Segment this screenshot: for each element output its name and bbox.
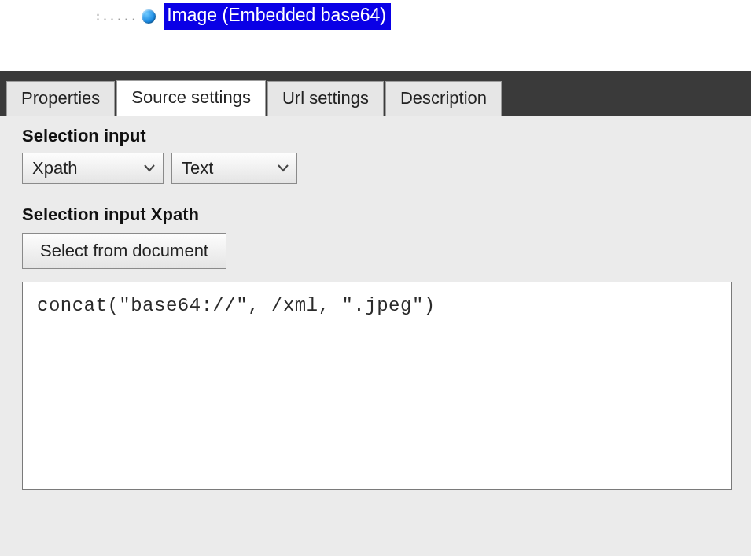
selection-mode-value: Xpath (32, 158, 78, 179)
tab-description[interactable]: Description (385, 81, 502, 116)
tree-node-label: Image (Embedded base64) (164, 3, 391, 30)
selection-type-dropdown[interactable]: Text (171, 153, 297, 184)
tab-body-source-settings: Selection input Xpath Text Selecti (0, 116, 751, 556)
tabstrip: Properties Source settings Url settings … (0, 71, 751, 116)
tab-properties[interactable]: Properties (6, 81, 115, 116)
xpath-expression-input[interactable] (35, 293, 722, 481)
group-selection-xpath: Selection input Xpath Select from docume… (17, 203, 737, 490)
tab-source-settings[interactable]: Source settings (116, 80, 266, 116)
group-title-selection-input: Selection input (17, 124, 737, 153)
chevron-down-icon (144, 164, 155, 172)
chevron-down-icon (278, 164, 289, 172)
xpath-expression-container (22, 282, 732, 490)
tree-node[interactable]: :..... Image (Embedded base64) (94, 4, 751, 29)
tree-panel: :..... Image (Embedded base64) (0, 0, 751, 59)
select-from-document-button[interactable]: Select from document (22, 233, 226, 269)
group-selection-input: Selection input Xpath Text (17, 124, 737, 184)
selection-type-value: Text (182, 158, 213, 179)
tab-url-settings[interactable]: Url settings (267, 81, 384, 116)
node-bullet-icon (142, 9, 156, 24)
tree-connector-icon: :..... (94, 9, 137, 24)
combo-row: Xpath Text (17, 153, 737, 184)
group-title-selection-xpath: Selection input Xpath (17, 203, 737, 231)
settings-panel: Properties Source settings Url settings … (0, 71, 751, 556)
selection-mode-dropdown[interactable]: Xpath (22, 153, 164, 184)
